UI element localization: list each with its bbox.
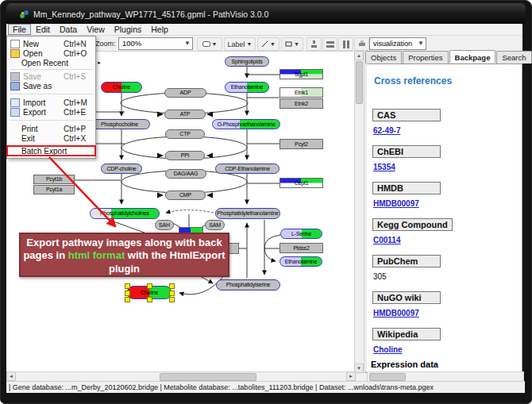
pathway-node-l-serine[interactable]: L-Serine bbox=[280, 229, 322, 239]
file-menu-dropdown: NewCtrl+NOpenCtrl+OOpen Recent►SaveCtrl+… bbox=[6, 36, 96, 159]
xref-value-chebi[interactable]: 15354 bbox=[373, 163, 395, 171]
stack-vertical-button[interactable] bbox=[338, 37, 353, 51]
pathway-node-ppi[interactable]: PPi bbox=[165, 151, 205, 160]
visualization-combobox[interactable]: visualization▼ bbox=[369, 37, 426, 50]
menu-view[interactable]: View bbox=[82, 24, 110, 35]
pathway-node-cdp-ethanolamine[interactable]: CDP-Ethanolamine bbox=[215, 164, 279, 174]
menu-file[interactable]: File bbox=[8, 24, 31, 35]
shape-tool-button[interactable]: ▼ bbox=[281, 37, 303, 51]
pathway-node-phosphatidylethanolamine[interactable]: Phosphatidylethanolamine bbox=[215, 208, 280, 219]
selection-handle[interactable] bbox=[147, 297, 152, 302]
pathway-node-sam[interactable]: SAM bbox=[205, 220, 225, 230]
scrollbar-thumb[interactable] bbox=[369, 373, 406, 381]
label-tool-button[interactable]: Label▼ bbox=[224, 37, 256, 51]
file-menu-item-open[interactable]: OpenCtrl+O bbox=[7, 48, 95, 58]
pathway-node-pcyt1b[interactable]: Pcyt1b bbox=[33, 175, 75, 184]
file-menu-item-export[interactable]: ExportCtrl+E bbox=[7, 107, 95, 117]
menu-bar: FileEditDataViewPluginsHelp bbox=[6, 24, 522, 36]
xref-value-wikipedia[interactable]: Choline bbox=[373, 345, 403, 354]
pathway-node-ptdss2[interactable]: Ptdss2 bbox=[279, 243, 323, 253]
pathway-node-pcyt1a[interactable]: Pcyt1a bbox=[33, 185, 75, 194]
pathway-node-cmp[interactable]: CMP bbox=[165, 190, 206, 200]
node-label: CTP bbox=[166, 130, 204, 138]
callout-plain-text: with the HtmlExport plugin bbox=[109, 249, 226, 274]
node-label: Phosphatidylserine bbox=[217, 280, 279, 290]
file-menu-item-import[interactable]: ImportCtrl+M bbox=[7, 98, 95, 107]
align-button[interactable] bbox=[306, 37, 322, 51]
selection-handle[interactable] bbox=[125, 283, 130, 289]
scroll-left-icon[interactable]: ◄ bbox=[6, 371, 16, 381]
file-menu-item-print[interactable]: PrintCtrl+P bbox=[7, 124, 95, 133]
line-tool-button[interactable]: ▼ bbox=[257, 37, 279, 51]
menu-item-label: Save as bbox=[23, 82, 64, 90]
menu-item-label: Open bbox=[23, 49, 64, 58]
file-menu-item-save-as[interactable]: Save as bbox=[7, 81, 95, 90]
printer-button[interactable] bbox=[354, 37, 369, 51]
side-panel-tabs: ObjectsPropertiesBackpageSearchLegend bbox=[365, 51, 522, 63]
pathway-node-cdp-choline[interactable]: CDP-choline bbox=[101, 164, 142, 174]
selection-handle[interactable] bbox=[169, 297, 175, 302]
tab-objects[interactable]: Objects bbox=[365, 51, 402, 63]
pathway-node-dag-aag[interactable]: DAG/AAG bbox=[165, 169, 206, 179]
gene-tool-button[interactable]: ▼ bbox=[197, 37, 222, 51]
xref-value-kegg-compound[interactable]: C00114 bbox=[373, 236, 400, 244]
pathway-node-phosphatidylcholines[interactable]: Phosphatidylcholines bbox=[90, 208, 160, 219]
pathway-node-ethanolamine[interactable]: Ethanolamine bbox=[225, 82, 269, 93]
scrollbar-thumb[interactable] bbox=[160, 373, 256, 381]
app-window-frame: Mm_Kennedy_pathway_WP1771_45176.gpml - P… bbox=[0, 0, 532, 404]
node-label: Sphingolipids bbox=[226, 57, 268, 66]
chevron-down-icon: ▼ bbox=[418, 38, 424, 49]
file-menu-item-new[interactable]: NewCtrl+N bbox=[7, 39, 95, 48]
scroll-up-icon[interactable]: ▲ bbox=[354, 51, 364, 60]
selection-handle[interactable] bbox=[147, 283, 152, 289]
xref-value-cas[interactable]: 62-49-7 bbox=[373, 126, 400, 135]
pathway-node-sphingolipids[interactable]: Sphingolipids bbox=[225, 56, 269, 67]
selection-handle[interactable] bbox=[125, 297, 130, 302]
selection-handle[interactable] bbox=[169, 283, 175, 289]
pathway-node-choline[interactable]: Choline bbox=[101, 82, 142, 93]
file-menu-item-open-recent[interactable]: Open Recent► bbox=[7, 58, 95, 67]
scroll-right-icon[interactable]: ► bbox=[346, 371, 356, 381]
xref-value-nugo-wiki[interactable]: HMDB00097 bbox=[373, 309, 419, 317]
pathway-node-choline-selected[interactable]: Choline bbox=[127, 286, 172, 299]
selection-handle[interactable] bbox=[125, 290, 130, 296]
pathway-node-phosphatidylserine[interactable]: Phosphatidylserine bbox=[216, 279, 280, 290]
pathway-node-o-phosphoethanolamine[interactable]: O-Phosphoethanolamine bbox=[212, 119, 280, 129]
pathway-node-etnk1[interactable]: Etnk1 bbox=[279, 87, 323, 98]
pathway-node-sgpl1[interactable]: Sgpl1 bbox=[279, 69, 323, 79]
save-icon bbox=[10, 72, 20, 81]
file-menu-item-batch-export[interactable]: Batch Export bbox=[7, 146, 95, 156]
selection-handle[interactable] bbox=[169, 290, 175, 296]
pathway-node-sah[interactable]: SAH bbox=[155, 220, 174, 230]
pathway-node-ctp[interactable]: CTP bbox=[165, 129, 205, 139]
stack-horizontal-icon bbox=[326, 40, 334, 48]
pathway-node-ethanolamine-2[interactable]: Ethanolamine bbox=[279, 256, 322, 267]
pathway-node-atp[interactable]: ATP bbox=[164, 110, 206, 119]
tab-properties[interactable]: Properties bbox=[403, 51, 448, 63]
pathway-node-etnk2[interactable]: Etnk2 bbox=[279, 98, 323, 109]
pathway-node-pcyt2[interactable]: Pcyt2 bbox=[279, 139, 323, 149]
zoom-combobox[interactable]: 100%▼ bbox=[118, 37, 193, 50]
line-tool-icon bbox=[261, 40, 268, 48]
menu-data[interactable]: Data bbox=[55, 24, 82, 35]
pathway-node-cept1[interactable]: Cept1 bbox=[279, 178, 323, 188]
saveas-icon bbox=[10, 82, 20, 90]
tab-backpage[interactable]: Backpage bbox=[449, 50, 496, 63]
node-label: Pcyt1b bbox=[34, 175, 74, 183]
file-menu-item-exit[interactable]: ExitCtrl+X bbox=[7, 133, 95, 143]
menu-item-label: Open Recent bbox=[21, 59, 68, 67]
tab-search[interactable]: Search bbox=[496, 51, 531, 63]
pathway-node-phosphocholine[interactable]: Phosphocholine bbox=[89, 119, 150, 129]
menu-plugins[interactable]: Plugins bbox=[110, 24, 146, 35]
menu-help[interactable]: Help bbox=[146, 24, 173, 35]
cross-references-heading: Cross references bbox=[374, 75, 452, 87]
xref-value-hmdb[interactable]: HMDB00097 bbox=[373, 199, 419, 208]
menu-item-shortcut: Ctrl+E bbox=[64, 108, 92, 117]
menu-edit[interactable]: Edit bbox=[31, 24, 55, 35]
pathway-node-adp[interactable]: ADP bbox=[164, 88, 206, 98]
scrollbar-thumb[interactable] bbox=[356, 61, 363, 104]
stack-horizontal-button[interactable] bbox=[322, 37, 337, 51]
printer-icon bbox=[358, 40, 366, 48]
canvas-vertical-scrollbar[interactable]: ▲ ▼ bbox=[354, 51, 364, 373]
menu-separator bbox=[10, 94, 93, 94]
